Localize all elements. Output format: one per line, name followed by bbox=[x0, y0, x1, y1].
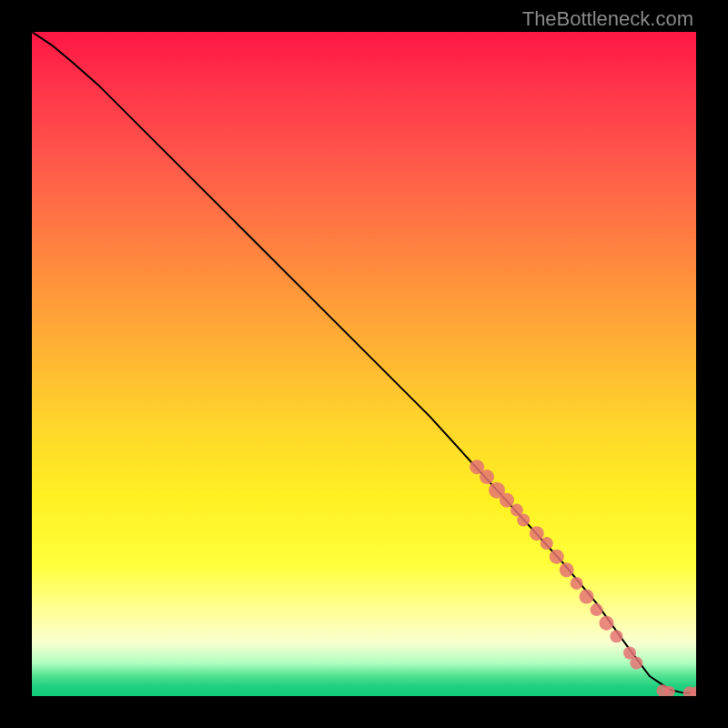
marker-dot bbox=[530, 526, 544, 541]
marker-dot bbox=[541, 537, 553, 550]
marker-dot bbox=[480, 470, 494, 484]
marker-dot bbox=[580, 590, 594, 604]
marker-dot bbox=[571, 577, 583, 590]
marker-dot bbox=[630, 657, 642, 670]
marker-dot bbox=[500, 493, 514, 508]
watermark-text: TheBottleneck.com bbox=[522, 7, 693, 31]
marker-dot bbox=[591, 603, 603, 616]
marker-dot bbox=[610, 630, 622, 642]
marker-dot bbox=[599, 616, 613, 631]
curve-line bbox=[32, 32, 696, 693]
marker-dot bbox=[517, 514, 530, 527]
marker-group bbox=[470, 460, 696, 696]
chart-svg bbox=[32, 32, 696, 696]
plot-area bbox=[32, 32, 696, 696]
marker-dot bbox=[560, 562, 574, 577]
marker-dot bbox=[550, 550, 564, 564]
